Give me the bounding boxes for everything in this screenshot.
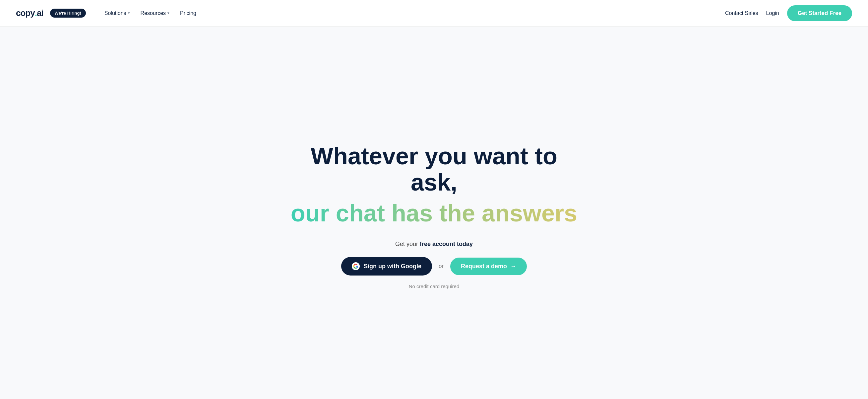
hero-subheading-text: our chat has the answers — [291, 200, 577, 226]
cta-label-strong: free account today — [420, 241, 473, 247]
google-logo-svg — [353, 263, 359, 269]
no-credit-card-text: No credit card required — [409, 284, 460, 289]
hiring-badge[interactable]: We're Hiring! — [50, 9, 86, 18]
signup-google-label: Sign up with Google — [364, 263, 422, 270]
nav-links: Solutions ▾ Resources ▾ Pricing — [100, 8, 200, 19]
solutions-chevron-icon: ▾ — [128, 11, 130, 15]
logo[interactable]: copy.ai — [16, 8, 43, 18]
get-started-button[interactable]: Get Started Free — [787, 5, 852, 21]
cta-label-prefix: Get your — [395, 241, 420, 247]
nav-left: copy.ai We're Hiring! Solutions ▾ Resour… — [16, 8, 200, 19]
demo-arrow-icon: → — [510, 263, 516, 270]
request-demo-button[interactable]: Request a demo → — [450, 258, 527, 275]
nav-resources[interactable]: Resources ▾ — [136, 8, 174, 19]
or-separator: or — [439, 263, 444, 269]
contact-sales-link[interactable]: Contact Sales — [725, 10, 758, 16]
nav-pricing-label: Pricing — [180, 10, 196, 16]
nav-resources-label: Resources — [141, 10, 166, 16]
resources-chevron-icon: ▾ — [167, 11, 169, 15]
nav-pricing[interactable]: Pricing — [176, 8, 200, 19]
login-link[interactable]: Login — [766, 10, 779, 16]
google-icon — [352, 262, 360, 270]
nav-right: Contact Sales Login Get Started Free — [725, 5, 852, 21]
navbar: copy.ai We're Hiring! Solutions ▾ Resour… — [0, 0, 868, 27]
request-demo-label: Request a demo — [461, 263, 507, 270]
logo-text: copy — [16, 8, 35, 18]
hero-heading-line1: Whatever you want to ask, — [311, 143, 557, 196]
signup-google-button[interactable]: Sign up with Google — [341, 257, 432, 276]
hero-subheading: our chat has the answers — [291, 199, 577, 227]
logo-ai: ai — [37, 8, 43, 18]
nav-solutions-label: Solutions — [104, 10, 126, 16]
hero-heading: Whatever you want to ask, — [285, 143, 583, 196]
hero-section: Whatever you want to ask, our chat has t… — [0, 27, 868, 399]
hero-cta-label: Get your free account today — [395, 241, 473, 248]
hero-buttons: Sign up with Google or Request a demo → — [341, 257, 527, 276]
nav-solutions[interactable]: Solutions ▾ — [100, 8, 134, 19]
